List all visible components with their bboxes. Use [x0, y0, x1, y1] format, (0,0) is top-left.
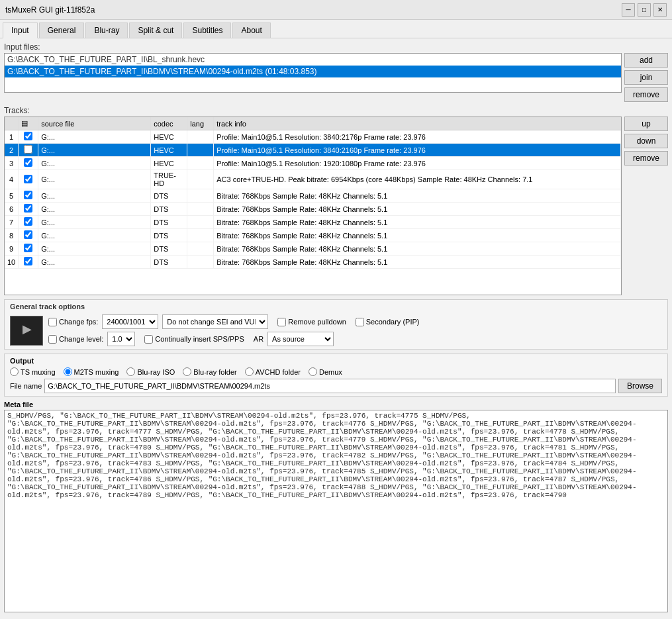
remove-track-button[interactable]: remove [624, 151, 668, 166]
bluray-iso-radio[interactable] [126, 367, 135, 376]
table-row[interactable]: 4 G:... TRUE-HD AC3 core+TRUE-HD. Peak b… [5, 170, 620, 189]
m2ts-muxing-radio[interactable] [64, 367, 72, 376]
ar-select[interactable]: As source [267, 332, 334, 346]
tab-general[interactable]: General [39, 23, 85, 38]
table-row[interactable]: 10 G:... DTS Bitrate: 768Kbps Sample Rat… [5, 256, 620, 269]
row-checkbox[interactable] [24, 132, 32, 140]
row-checkbox-cell[interactable] [19, 216, 38, 229]
input-file-item[interactable]: G:\BACK_TO_THE_FUTURE_PART_II\BDMV\STREA… [5, 66, 621, 77]
row-checkbox-cell[interactable] [19, 130, 38, 144]
down-button[interactable]: down [624, 134, 668, 148]
change-fps-checkbox[interactable] [48, 318, 57, 326]
continually-insert-checkbox[interactable] [144, 335, 153, 344]
level-select[interactable]: 1.0 [107, 332, 135, 346]
demux-radio[interactable] [309, 367, 317, 376]
up-button[interactable]: up [624, 117, 668, 131]
tab-subtitles[interactable]: Subtitles [183, 23, 231, 38]
table-row[interactable]: 7 G:... DTS Bitrate: 768Kbps Sample Rate… [5, 216, 620, 229]
bluray-folder-radio[interactable] [183, 367, 191, 376]
row-checkbox-cell[interactable] [19, 157, 38, 170]
row-checkbox[interactable] [24, 230, 32, 239]
table-row[interactable]: 3 G:... HEVC Profile: Main10@5.1 Resolut… [5, 157, 620, 170]
input-files-list[interactable]: G:\BACK_TO_THE_FUTURE_PART_II\BL_shrunk.… [4, 53, 622, 93]
ts-muxing-label[interactable]: TS muxing [10, 367, 56, 376]
table-row[interactable]: 5 G:... DTS Bitrate: 768Kbps Sample Rate… [5, 189, 620, 203]
ts-muxing-radio[interactable] [10, 367, 19, 376]
meta-content[interactable]: S_HDMV/PGS, "G:\BACK_TO_THE_FUTURE_PART_… [4, 410, 668, 612]
output-title: Output [10, 357, 662, 365]
row-codec: HEVC [151, 157, 187, 170]
secondary-pip-label[interactable]: Secondary (PIP) [356, 318, 420, 326]
row-lang [187, 256, 214, 269]
remove-pulldown-checkbox[interactable] [277, 318, 286, 326]
row-num: 7 [5, 216, 19, 229]
minimize-button[interactable]: ─ [622, 3, 635, 17]
row-checkbox[interactable] [24, 145, 32, 154]
change-fps-label[interactable]: Change fps: [48, 318, 98, 326]
row-checkbox-cell[interactable] [19, 144, 38, 157]
join-button[interactable]: join [624, 70, 668, 85]
fps-select[interactable]: 24000/1001 [102, 314, 158, 329]
row-checkbox-cell[interactable] [19, 170, 38, 189]
input-files-section: Input files: G:\BACK_TO_THE_FUTURE_PART_… [4, 42, 668, 102]
row-checkbox[interactable] [24, 244, 32, 252]
change-level-checkbox[interactable] [48, 335, 57, 344]
secondary-pip-checkbox[interactable] [356, 318, 364, 326]
file-name-input[interactable] [44, 379, 616, 393]
input-files-area: G:\BACK_TO_THE_FUTURE_PART_II\BL_shrunk.… [4, 53, 668, 102]
add-button[interactable]: add [624, 53, 668, 68]
tracks-table-container[interactable]: ▤ source file codec lang track info 1 G:… [4, 117, 622, 295]
row-checkbox[interactable] [24, 217, 32, 226]
track-options-content: ▶ Change fps: 24000/1001 Do not change S… [10, 314, 662, 346]
row-checkbox[interactable] [24, 175, 32, 183]
sei-select[interactable]: Do not change SEI and VUI data [162, 314, 268, 329]
row-checkbox[interactable] [24, 158, 32, 167]
tab-split-cut[interactable]: Split & cut [129, 23, 182, 38]
row-checkbox-cell[interactable] [19, 189, 38, 203]
avchd-folder-radio[interactable] [245, 367, 254, 376]
remove-pulldown-label[interactable]: Remove pulldown [277, 318, 346, 326]
table-row[interactable]: 8 G:... DTS Bitrate: 768Kbps Sample Rate… [5, 229, 620, 242]
row-checkbox-cell[interactable] [19, 242, 38, 256]
avchd-folder-label[interactable]: AVCHD folder [245, 367, 301, 376]
row-codec: DTS [151, 189, 187, 203]
m2ts-muxing-label[interactable]: M2TS muxing [64, 367, 119, 376]
demux-label[interactable]: Demux [309, 367, 342, 376]
table-row[interactable]: 9 G:... DTS Bitrate: 768Kbps Sample Rate… [5, 242, 620, 256]
svg-text:▶: ▶ [23, 322, 32, 336]
tab-about[interactable]: About [232, 23, 270, 38]
file-name-label: File name [10, 382, 42, 390]
remove-input-button[interactable]: remove [624, 87, 668, 102]
bluray-iso-label[interactable]: Blu-ray ISO [126, 367, 175, 376]
row-checkbox[interactable] [24, 191, 32, 199]
table-row[interactable]: 1 G:... HEVC Profile: Main10@5.1 Resolut… [5, 130, 620, 144]
bluray-folder-label[interactable]: Blu-ray folder [183, 367, 236, 376]
maximize-button[interactable]: □ [638, 3, 651, 17]
row-codec: DTS [151, 216, 187, 229]
change-level-label[interactable]: Change level: [48, 335, 103, 344]
input-file-item[interactable]: G:\BACK_TO_THE_FUTURE_PART_II\BL_shrunk.… [5, 54, 621, 66]
tracks-area: ▤ source file codec lang track info 1 G:… [4, 117, 668, 295]
row-checkbox-cell[interactable] [19, 229, 38, 242]
row-checkbox-cell[interactable] [19, 203, 38, 216]
table-row[interactable]: 2 G:... HEVC Profile: Main10@5.1 Resolut… [5, 144, 620, 157]
row-source: G:... [38, 144, 151, 157]
table-row[interactable]: 6 G:... DTS Bitrate: 768Kbps Sample Rate… [5, 203, 620, 216]
row-info: Bitrate: 768Kbps Sample Rate: 48KHz Chan… [214, 216, 621, 229]
tab-input[interactable]: Input [3, 23, 38, 38]
row-checkbox-cell[interactable] [19, 256, 38, 269]
row-lang [187, 170, 214, 189]
row-lang [187, 157, 214, 170]
tab-bluray[interactable]: Blu-ray [85, 23, 128, 38]
row-codec: DTS [151, 203, 187, 216]
row-checkbox[interactable] [24, 257, 32, 265]
row-source: G:... [38, 242, 151, 256]
row-info: AC3 core+TRUE-HD. Peak bitrate: 6954Kbps… [214, 170, 621, 189]
row-info: Profile: Main10@5.1 Resolution: 3840:217… [214, 130, 621, 144]
row-info: Bitrate: 768Kbps Sample Rate: 48KHz Chan… [214, 242, 621, 256]
browse-button[interactable]: Browse [618, 379, 662, 393]
close-button[interactable]: ✕ [653, 3, 667, 17]
row-checkbox[interactable] [24, 204, 32, 213]
row-source: G:... [38, 216, 151, 229]
continually-insert-label[interactable]: Continually insert SPS/PPS [144, 335, 244, 344]
